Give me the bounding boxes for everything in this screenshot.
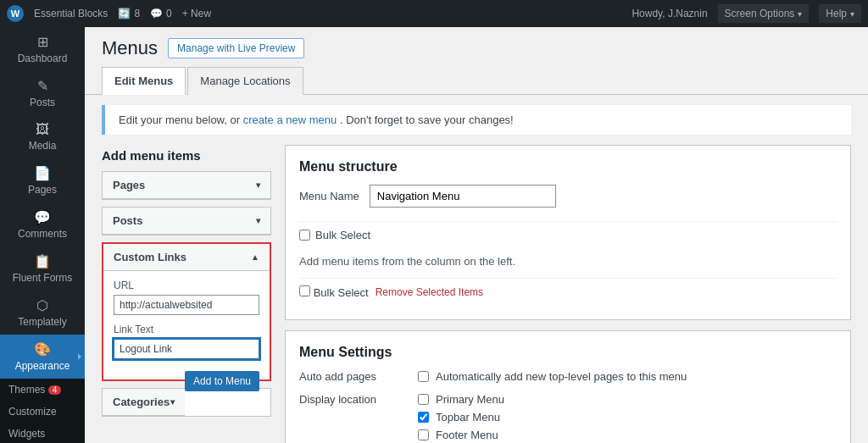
comments-item[interactable]: 💬 0 (150, 8, 172, 19)
primary-menu-text: Primary Menu (436, 393, 504, 406)
sidebar-item-appearance[interactable]: 🎨 Appearance (0, 335, 85, 379)
content-area: Add menu items Pages ▾ Posts ▾ (85, 145, 868, 443)
footer-menu-text: Footer Menu (436, 429, 498, 441)
link-text-row: Link Text (114, 324, 259, 359)
right-panel: Menu structure Menu Name Bulk Select Add… (285, 145, 851, 443)
updates-icon: 🔄 (118, 8, 131, 19)
add-to-menu-button[interactable]: Add to Menu (185, 371, 259, 391)
posts-section: Posts ▾ (102, 207, 271, 235)
themes-badge: 4 (48, 385, 62, 395)
menu-name-input[interactable] (370, 185, 556, 208)
link-text-input[interactable] (114, 339, 259, 359)
manage-live-preview-button[interactable]: Manage with Live Preview (168, 38, 304, 58)
menu-structure-title: Menu structure (299, 159, 837, 174)
notice-suffix: . Don't forget to save your changes! (340, 114, 514, 126)
sidebar-item-label: Media (29, 140, 57, 152)
posts-chevron-icon: ▾ (256, 216, 260, 225)
notice-text: Edit your menu below, or (119, 114, 240, 126)
pages-section-label: Pages (113, 179, 145, 191)
appearance-icon: 🎨 (34, 341, 51, 357)
comments-icon: 💬 (34, 209, 51, 225)
primary-menu-label[interactable]: Primary Menu (418, 393, 504, 406)
menu-settings-panel: Menu Settings Auto add pages Automatical… (285, 330, 851, 443)
sidebar-item-dashboard[interactable]: ⊞ Dashboard (0, 27, 85, 71)
sidebar-item-media[interactable]: 🖼 Media (0, 115, 85, 158)
footer-menu-label[interactable]: Footer Menu (418, 429, 504, 441)
new-item[interactable]: + New (182, 8, 211, 19)
page-header: Menus Manage with Live Preview (85, 27, 868, 66)
auto-add-controls: Automatically add new top-level pages to… (418, 370, 687, 383)
sidebar-item-comments[interactable]: 💬 Comments (0, 202, 85, 246)
primary-menu-checkbox[interactable] (418, 394, 429, 405)
add-from-column-text: Add menu items from the column on the le… (299, 248, 837, 278)
display-location-label: Display location (299, 393, 401, 441)
bulk-select-text-1: Bulk Select (315, 229, 370, 241)
updates-count[interactable]: 🔄 8 (118, 8, 140, 19)
auto-add-checkbox[interactable] (418, 371, 429, 382)
footer-menu-checkbox[interactable] (418, 429, 429, 440)
wp-logo[interactable]: W (7, 5, 24, 22)
menu-structure-panel: Menu structure Menu Name Bulk Select Add… (285, 145, 851, 320)
bulk-select-label-2[interactable]: Bulk Select (299, 285, 369, 299)
sidebar-item-label: Dashboard (18, 53, 68, 64)
bulk-select-checkbox-1[interactable] (299, 230, 310, 241)
bulk-select-checkbox-2[interactable] (299, 285, 310, 296)
sidebar-item-posts[interactable]: ✎ Posts (0, 71, 85, 115)
topbar-menu-checkbox[interactable] (418, 412, 429, 423)
auto-add-row: Auto add pages Automatically add new top… (299, 370, 837, 383)
screen-options-button[interactable]: Screen Options ▾ (718, 4, 810, 23)
site-name[interactable]: Essential Blocks (34, 8, 108, 19)
sidebar-sub-customize[interactable]: Customize (0, 401, 85, 423)
sidebar-item-label: Fluent Forms (13, 272, 73, 284)
create-new-menu-link[interactable]: create a new menu (243, 114, 337, 126)
categories-section: Categories ▾ (102, 388, 271, 417)
bulk-select-text-2: Bulk Select (314, 286, 369, 299)
sidebar-sub-themes[interactable]: Themes 4 (0, 379, 85, 401)
link-text-label: Link Text (114, 324, 259, 335)
help-button[interactable]: Help ▾ (819, 4, 861, 23)
pages-section-header[interactable]: Pages ▾ (103, 172, 270, 199)
menu-name-row: Menu Name (299, 185, 837, 208)
custom-links-section: Custom Links ▲ URL Link Text (102, 242, 271, 381)
left-panel: Add menu items Pages ▾ Posts ▾ (102, 145, 271, 443)
auto-add-text: Automatically add new top-level pages to… (436, 370, 687, 383)
sidebar-item-templately[interactable]: ⬡ Templately (0, 291, 85, 335)
bulk-select-label-1[interactable]: Bulk Select (299, 229, 370, 241)
sidebar-item-label: Appearance (15, 360, 70, 372)
remove-selected-link[interactable]: Remove Selected Items (376, 286, 483, 298)
fluent-forms-icon: 📋 (34, 253, 51, 269)
topbar-menu-text: Topbar Menu (436, 411, 500, 424)
url-label: URL (114, 280, 259, 291)
bulk-select-row-2: Bulk Select Remove Selected Items (299, 278, 837, 306)
top-bar: W Essential Blocks 🔄 8 💬 0 + New Howdy, … (0, 0, 868, 27)
auto-add-checkbox-label[interactable]: Automatically add new top-level pages to… (418, 370, 687, 383)
tab-edit-menus[interactable]: Edit Menus (102, 67, 186, 95)
main-content: Menus Manage with Live Preview Edit Menu… (85, 27, 868, 443)
url-row: URL (114, 280, 259, 315)
howdy-text: Howdy, J.Naznin (632, 8, 707, 19)
edit-notice: Edit your menu below, or create a new me… (102, 105, 851, 135)
comments-icon: 💬 (150, 8, 163, 19)
categories-chevron-icon: ▾ (170, 397, 175, 407)
menu-settings-title: Menu Settings (299, 345, 837, 360)
sidebar-item-label: Posts (30, 97, 55, 108)
dashboard-icon: ⊞ (37, 34, 48, 50)
sidebar-sub-widgets[interactable]: Widgets (0, 423, 85, 443)
sidebar-item-pages[interactable]: 📄 Pages (0, 158, 85, 202)
topbar-menu-label[interactable]: Topbar Menu (418, 411, 504, 424)
posts-section-header[interactable]: Posts ▾ (103, 208, 270, 235)
sidebar-item-label: Templately (18, 316, 66, 328)
custom-links-label: Custom Links (114, 251, 186, 263)
posts-icon: ✎ (37, 78, 48, 94)
sidebar-item-fluent-forms[interactable]: 📋 Fluent Forms (0, 246, 85, 291)
url-input[interactable] (114, 295, 259, 315)
sidebar-item-label: Pages (28, 184, 57, 196)
screen-options-chevron-icon: ▾ (798, 9, 802, 19)
custom-links-content: URL Link Text Add to Menu (103, 271, 270, 379)
auto-add-label: Auto add pages (299, 370, 401, 383)
location-controls: Primary Menu Topbar Menu Footer Menu (418, 393, 504, 441)
tab-manage-locations[interactable]: Manage Locations (187, 67, 303, 95)
custom-links-header[interactable]: Custom Links ▲ (103, 244, 270, 271)
categories-section-header[interactable]: Categories ▾ (103, 389, 185, 416)
bulk-select-row-1: Bulk Select (299, 221, 837, 248)
